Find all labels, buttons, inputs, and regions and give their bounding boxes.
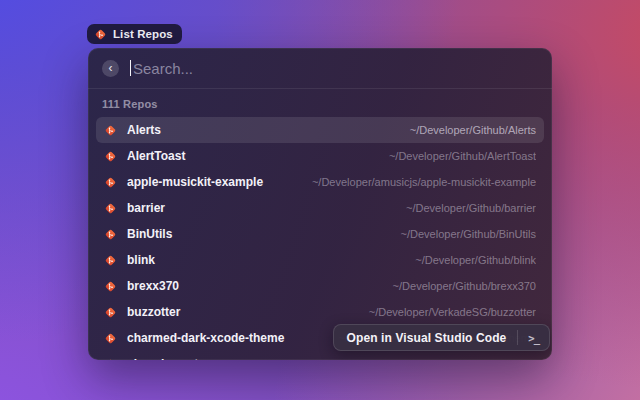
- search-field: [130, 60, 538, 77]
- repo-name: chaseimport: [127, 357, 198, 360]
- repo-name: BinUtils: [127, 227, 172, 241]
- repo-name: apple-musickit-example: [127, 175, 263, 189]
- git-repo-icon: [104, 280, 117, 293]
- repo-path: ~/Developer/VerkadeSG/buzzotter: [357, 306, 536, 318]
- git-repo-icon: [104, 306, 117, 319]
- git-repo-icon: [104, 358, 117, 361]
- repo-path: ~/Developer/Github/barrier: [394, 202, 536, 214]
- list-item[interactable]: chaseimport ~/Developer/VerkadeSG/chasei…: [96, 351, 544, 360]
- section-header: 111 Repos: [96, 93, 544, 117]
- git-repo-icon: [104, 254, 117, 267]
- search-bar: ‹: [88, 48, 552, 88]
- open-in-vscode-button[interactable]: Open in Visual Studio Code >_: [333, 324, 550, 351]
- list-item[interactable]: barrier ~/Developer/Github/barrier: [96, 195, 544, 221]
- breadcrumb-label: List Repos: [113, 28, 173, 40]
- back-button[interactable]: ‹: [102, 60, 119, 77]
- git-repo-icon: [104, 228, 117, 241]
- git-repo-icon: [104, 150, 117, 163]
- git-repo-icon: [104, 332, 117, 345]
- git-repo-icon: [94, 28, 107, 41]
- list-item[interactable]: Alerts ~/Developer/Github/Alerts: [96, 117, 544, 143]
- list-item[interactable]: buzzotter ~/Developer/VerkadeSG/buzzotte…: [96, 299, 544, 325]
- repo-name: barrier: [127, 201, 165, 215]
- list-item[interactable]: AlertToast ~/Developer/Github/AlertToast: [96, 143, 544, 169]
- action-label: Open in Visual Studio Code: [347, 331, 507, 345]
- git-repo-icon: [104, 202, 117, 215]
- list-item[interactable]: BinUtils ~/Developer/Github/BinUtils: [96, 221, 544, 247]
- repo-path: ~/Developer/Github/Alerts: [398, 124, 536, 136]
- action-separator: [517, 330, 518, 345]
- repo-name: buzzotter: [127, 305, 180, 319]
- terminal-key-hint-icon: >_: [525, 332, 545, 344]
- repo-path: ~/Developer/Github/AlertToast: [377, 150, 536, 162]
- git-repo-icon: [104, 124, 117, 137]
- breadcrumb: List Repos: [87, 24, 182, 44]
- repo-name: blink: [127, 253, 155, 267]
- repo-path: ~/Developer/amusicjs/apple-musickit-exam…: [300, 176, 536, 188]
- repo-name: brexx370: [127, 279, 179, 293]
- repo-name: charmed-dark-xcode-theme: [127, 331, 284, 345]
- list-item[interactable]: apple-musickit-example ~/Developer/amusi…: [96, 169, 544, 195]
- repo-path: ~/Developer/Github/blink: [403, 254, 536, 266]
- text-caret: [130, 60, 131, 76]
- git-repo-icon: [104, 176, 117, 189]
- list-item[interactable]: brexx370 ~/Developer/Github/brexx370: [96, 273, 544, 299]
- repo-path: ~/Developer/VerkadeSG/chaseimport: [342, 358, 536, 360]
- repo-list: 111 Repos Alerts ~/Developer/Github/Aler…: [88, 89, 552, 360]
- repo-path: ~/Developer/Github/brexx370: [381, 280, 536, 292]
- repo-path: ~/Developer/Github/BinUtils: [389, 228, 536, 240]
- list-item[interactable]: blink ~/Developer/Github/blink: [96, 247, 544, 273]
- repo-name: Alerts: [127, 123, 161, 137]
- launcher-window: ‹ 111 Repos Alerts ~/Developer/Github/Al…: [88, 48, 552, 360]
- repo-name: AlertToast: [127, 149, 185, 163]
- chevron-left-icon: ‹: [109, 62, 113, 74]
- search-input[interactable]: [130, 60, 538, 77]
